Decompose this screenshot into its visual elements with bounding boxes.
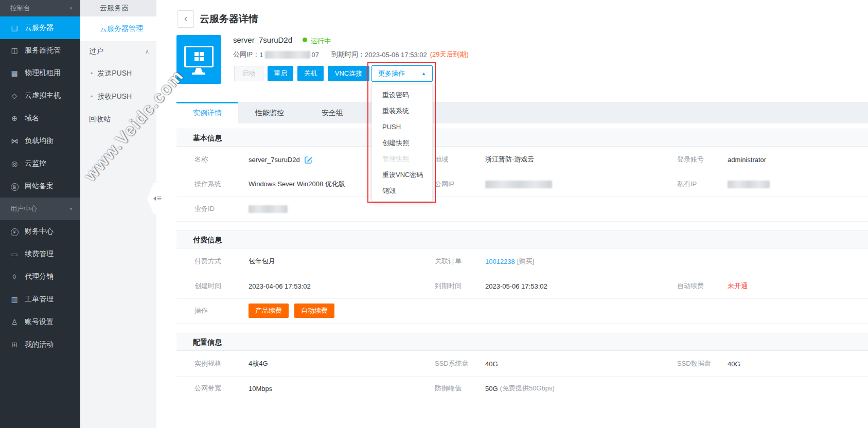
vnc-connect-button[interactable]: VNC连接 (328, 66, 369, 81)
created-time-label: 创建时间 (194, 274, 221, 298)
section-config-info: 配置信息 (176, 333, 868, 351)
payment-row-3: 操作 产品续费 自动续费 (176, 298, 868, 324)
sidebar-item-agent-distribution[interactable]: ◊ 代理分销 (0, 265, 80, 288)
sidebar-item-label: 我的活动 (25, 340, 54, 349)
sidebar-item-label: 网站备案 (25, 182, 54, 191)
cloud-console-page: 控制台 ▼ ▤ 云服务器 ◫ 服务器托管 ▦ 物理机租用 ◇ 云虚拟主机 ⊕ 域… (0, 0, 868, 428)
region-label: 地域 (435, 147, 448, 172)
payment-row-1: 付费方式 包年包月 关联订单 10012238 [购买] (176, 249, 868, 274)
tab-instance-detail[interactable]: 实例详情 (176, 102, 238, 123)
sidebar-item-cloud-server[interactable]: ▤ 云服务器 (0, 16, 80, 39)
public-ip-row-label: 公网IP (435, 172, 454, 197)
config-row-1: 实例规格 4核4G SSD系统盘 40G SSD数据盘 40G (176, 351, 868, 377)
monitor-stand (194, 68, 203, 73)
start-button[interactable]: 启动 (234, 66, 263, 81)
sidebar-item-label: 云监控 (25, 159, 46, 168)
sidebar-item-icp-filing[interactable]: 备 网站备案 (0, 175, 80, 198)
document-icon: ▥ (10, 295, 19, 304)
sidebar-item-label: 工单管理 (25, 295, 54, 304)
page-title: 云服务器详情 (200, 12, 258, 26)
tab-security-group[interactable]: 安全组 (301, 102, 364, 123)
sidebar-item-physical-machine[interactable]: ▦ 物理机租用 (0, 62, 80, 84)
created-time-value: 2023-04-06 17:53:02 (249, 274, 311, 298)
defense-peak-value: 50G (485, 385, 498, 393)
sidebar-item-label: 服务器托管 (25, 46, 61, 55)
auto-renew-button[interactable]: 自动续费 (294, 304, 334, 318)
status-running: 运行中 (311, 37, 331, 46)
tab-performance-monitor[interactable]: 性能监控 (238, 102, 301, 123)
sidebar-item-load-balancer[interactable]: ⋈ 负载均衡 (0, 130, 80, 152)
login-account-label: 登录账号 (677, 147, 704, 172)
windows-server-tile (176, 35, 221, 84)
business-id-value (249, 197, 288, 221)
menu-item-destroy[interactable]: 销毁 (372, 183, 432, 199)
subnav-item-label: 云服务器管理 (100, 24, 143, 33)
console-label: 控制台 (10, 4, 30, 13)
expire-time-value: 2023-05-06 17:53:02 (485, 274, 547, 298)
sidebar-item-cloud-monitor[interactable]: ◎ 云监控 (0, 152, 80, 175)
more-actions-menu: 重设密码 重装系统 PUSH 创建快照 管理快照 重设VNC密码 销毁 (371, 84, 433, 202)
menu-item-reset-vnc-password[interactable]: 重设VNC密码 (372, 167, 432, 183)
subnav-item-server-management[interactable]: 云服务器管理 (80, 16, 156, 41)
console-switcher[interactable]: 控制台 ▼ (0, 0, 80, 16)
related-order-cell: 10012238 [购买] (485, 249, 534, 274)
edit-name-icon[interactable] (305, 156, 312, 164)
menu-item-reset-password[interactable]: 重设密码 (372, 87, 432, 103)
user-center-label: 用户中心 (10, 204, 37, 213)
sidebar-item-finance-center[interactable]: ¥ 财务中心 (0, 220, 80, 243)
expire-time: 2023-05-06 17:53:02 (365, 51, 427, 59)
section-basic-info: 基本信息 (176, 129, 868, 147)
user-center-switcher[interactable]: 用户中心 ▼ (0, 198, 80, 220)
back-button[interactable]: ‹ (178, 10, 194, 28)
bullet-icon: • (91, 70, 93, 77)
main-content: ‹ 云服务器详情 server_7suruD2d 运行中 公网IP： 1 07 … (156, 0, 868, 428)
ssd-system-disk-label: SSD系统盘 (435, 351, 469, 376)
subnav-group-label: 过户 (89, 47, 103, 56)
subnav-item-send-push[interactable]: • 发送PUSH (80, 62, 156, 85)
auto-renew-value: 未开通 (728, 274, 748, 298)
menu-item-push[interactable]: PUSH (372, 119, 432, 135)
card-icon: ▭ (10, 250, 19, 258)
detail-tabbar: 实例详情 性能监控 安全组 (176, 102, 868, 123)
expire-note: (29天后到期) (430, 50, 469, 59)
menu-bars-icon: ≡ (157, 194, 162, 203)
subnav-item-recycle-bin[interactable]: 回收站 (80, 108, 156, 131)
order-link[interactable]: 10012238 (485, 258, 515, 265)
more-actions-button[interactable]: 更多操作 ▲ (371, 65, 433, 82)
crown-icon: ◊ (10, 273, 19, 281)
name-label: 名称 (194, 147, 208, 172)
name-value-cell: server_7suruD2d (249, 147, 312, 172)
back-chevron-icon: ‹ (184, 12, 188, 24)
sidebar-item-virtual-host[interactable]: ◇ 云虚拟主机 (0, 84, 80, 107)
load-balancer-icon: ⋈ (10, 137, 19, 145)
sidebar-item-label: 代理分销 (25, 272, 54, 281)
bandwidth-value: 10Mbps (249, 376, 272, 401)
sidebar-item-my-activities[interactable]: ⊞ 我的活动 (0, 333, 80, 356)
basic-row-2: 操作系统 Windows Sever Win2008 优化版 公网IP 私有IP (176, 172, 868, 197)
defense-peak-label: 防御峰值 (435, 376, 462, 401)
sidebar-item-renewal-management[interactable]: ▭ 续费管理 (0, 243, 80, 265)
menu-item-create-snapshot[interactable]: 创建快照 (372, 135, 432, 151)
subnav-item-receive-push[interactable]: • 接收PUSH (80, 85, 156, 108)
reboot-button[interactable]: 重启 (268, 66, 293, 81)
secondary-sidebar: 云服务器 云服务器管理 过户 ∧ • 发送PUSH • 接收PUSH 回收站 (80, 0, 156, 428)
sidebar-item-domain[interactable]: ⊕ 域名 (0, 107, 80, 130)
machine-icon: ▦ (10, 69, 19, 77)
region-value: 浙江普防·游戏云 (485, 147, 534, 172)
sidebar-item-label: 账号设置 (25, 317, 54, 327)
sidebar-item-ticket-management[interactable]: ▥ 工单管理 (0, 288, 80, 311)
subnav-group-transfer[interactable]: 过户 ∧ (80, 41, 156, 62)
section-payment-info: 付费信息 (176, 230, 868, 248)
private-ip-label: 私有IP (677, 172, 697, 197)
yuan-icon: ¥ (11, 228, 19, 236)
ssd-system-disk-value: 40G (485, 351, 498, 376)
menu-item-reinstall-system[interactable]: 重装系统 (372, 103, 432, 119)
shutdown-button[interactable]: 关机 (297, 66, 324, 81)
sidebar-item-server-hosting[interactable]: ◫ 服务器托管 (0, 39, 80, 62)
sidebar-item-label: 续费管理 (25, 249, 54, 259)
subnav-item-label: 接收PUSH (97, 92, 132, 101)
sidebar-item-account-settings[interactable]: ♙ 账号设置 (0, 311, 80, 333)
filing-icon: 备 (11, 183, 19, 191)
order-note: [购买] (517, 257, 534, 266)
product-renew-button[interactable]: 产品续费 (249, 304, 289, 318)
